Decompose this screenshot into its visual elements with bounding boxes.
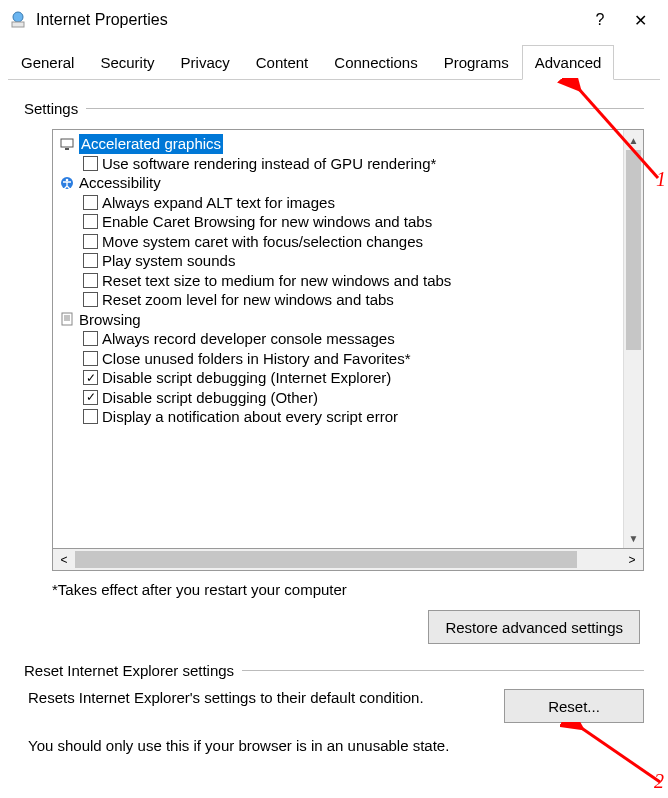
checkbox[interactable] — [83, 273, 98, 288]
tree-option[interactable]: Reset zoom level for new windows and tab… — [55, 290, 623, 310]
svg-rect-1 — [12, 22, 24, 27]
tree-category-label: Accelerated graphics — [79, 134, 223, 154]
tree-option[interactable]: Disable script debugging (Internet Explo… — [55, 368, 623, 388]
settings-tree[interactable]: Accelerated graphicsUse software renderi… — [52, 129, 644, 549]
tab-general[interactable]: General — [8, 45, 87, 80]
tree-option[interactable]: Close unused folders in History and Favo… — [55, 349, 623, 369]
checkbox[interactable] — [83, 292, 98, 307]
annotation-2: 2 — [654, 770, 664, 793]
title-bar: Internet Properties ? ✕ — [0, 0, 668, 40]
checkbox[interactable] — [83, 390, 98, 405]
page-icon — [59, 311, 75, 327]
reset-description: Resets Internet Explorer's settings to t… — [28, 689, 484, 706]
scroll-down-arrow[interactable]: ▼ — [624, 528, 643, 548]
tree-option-label: Disable script debugging (Other) — [102, 388, 318, 408]
tree-option[interactable]: Always expand ALT text for images — [55, 193, 623, 213]
tree-option[interactable]: Use software rendering instead of GPU re… — [55, 154, 623, 174]
scroll-track[interactable] — [624, 150, 643, 528]
tree-option-label: Use software rendering instead of GPU re… — [102, 154, 436, 174]
reset-button[interactable]: Reset... — [504, 689, 644, 723]
tab-programs[interactable]: Programs — [431, 45, 522, 80]
vertical-scrollbar[interactable]: ▲ ▼ — [623, 130, 643, 548]
checkbox[interactable] — [83, 234, 98, 249]
tree-option-label: Always record developer console messages — [102, 329, 395, 349]
checkbox[interactable] — [83, 351, 98, 366]
tree-option[interactable]: Enable Caret Browsing for new windows an… — [55, 212, 623, 232]
scroll-left-arrow[interactable]: < — [53, 549, 75, 570]
svg-point-0 — [13, 12, 23, 22]
restart-note: *Takes effect after you restart your com… — [52, 581, 644, 598]
settings-tree-body[interactable]: Accelerated graphicsUse software renderi… — [53, 130, 623, 548]
checkbox[interactable] — [83, 370, 98, 385]
monitor-icon — [59, 136, 75, 152]
svg-rect-6 — [62, 313, 72, 325]
tree-option-label: Always expand ALT text for images — [102, 193, 335, 213]
tree-category[interactable]: Accessibility — [55, 173, 623, 193]
scroll-right-arrow[interactable]: > — [621, 549, 643, 570]
scroll-up-arrow[interactable]: ▲ — [624, 130, 643, 150]
tree-category-label: Browsing — [79, 310, 141, 330]
tab-content[interactable]: Content — [243, 45, 322, 80]
tree-option-label: Enable Caret Browsing for new windows an… — [102, 212, 432, 232]
checkbox[interactable] — [83, 156, 98, 171]
tree-option-label: Disable script debugging (Internet Explo… — [102, 368, 391, 388]
reset-warning: You should only use this if your browser… — [28, 737, 644, 754]
checkbox[interactable] — [83, 195, 98, 210]
horizontal-scrollbar[interactable]: < > — [52, 549, 644, 571]
svg-rect-3 — [65, 148, 69, 150]
window-title: Internet Properties — [36, 11, 580, 29]
svg-rect-2 — [61, 139, 73, 147]
hscroll-track[interactable] — [75, 549, 621, 570]
tab-advanced[interactable]: Advanced — [522, 45, 615, 80]
app-icon — [8, 10, 28, 30]
tree-option[interactable]: Disable script debugging (Other) — [55, 388, 623, 408]
settings-group: Settings Accelerated graphicsUse softwar… — [24, 100, 644, 644]
tab-connections[interactable]: Connections — [321, 45, 430, 80]
tree-option[interactable]: Display a notification about every scrip… — [55, 407, 623, 427]
tree-option-label: Move system caret with focus/selection c… — [102, 232, 423, 252]
help-button[interactable]: ? — [580, 5, 620, 35]
tree-option-label: Play system sounds — [102, 251, 235, 271]
accessibility-icon — [59, 175, 75, 191]
scroll-thumb[interactable] — [626, 150, 641, 350]
checkbox[interactable] — [83, 253, 98, 268]
reset-group: Reset Internet Explorer settings Resets … — [24, 662, 644, 754]
group-divider — [86, 108, 644, 109]
tree-option[interactable]: Always record developer console messages — [55, 329, 623, 349]
annotation-1: 1 — [656, 168, 666, 191]
tree-option-label: Reset text size to medium for new window… — [102, 271, 451, 291]
tree-category[interactable]: Browsing — [55, 310, 623, 330]
group-divider — [242, 670, 644, 671]
checkbox[interactable] — [83, 214, 98, 229]
tab-privacy[interactable]: Privacy — [168, 45, 243, 80]
tree-category-label: Accessibility — [79, 173, 161, 193]
tree-option-label: Close unused folders in History and Favo… — [102, 349, 410, 369]
tree-option[interactable]: Reset text size to medium for new window… — [55, 271, 623, 291]
tab-security[interactable]: Security — [87, 45, 167, 80]
checkbox[interactable] — [83, 409, 98, 424]
tree-option-label: Reset zoom level for new windows and tab… — [102, 290, 394, 310]
tree-option-label: Display a notification about every scrip… — [102, 407, 398, 427]
restore-advanced-button[interactable]: Restore advanced settings — [428, 610, 640, 644]
checkbox[interactable] — [83, 331, 98, 346]
tab-strip: General Security Privacy Content Connect… — [8, 44, 660, 80]
close-button[interactable]: ✕ — [620, 5, 660, 35]
tree-category[interactable]: Accelerated graphics — [55, 134, 623, 154]
tree-option[interactable]: Play system sounds — [55, 251, 623, 271]
settings-label: Settings — [24, 100, 86, 117]
tree-option[interactable]: Move system caret with focus/selection c… — [55, 232, 623, 252]
hscroll-thumb[interactable] — [75, 551, 577, 568]
svg-point-5 — [66, 178, 69, 181]
reset-group-label: Reset Internet Explorer settings — [24, 662, 242, 679]
tab-content: Settings Accelerated graphicsUse softwar… — [0, 80, 668, 754]
